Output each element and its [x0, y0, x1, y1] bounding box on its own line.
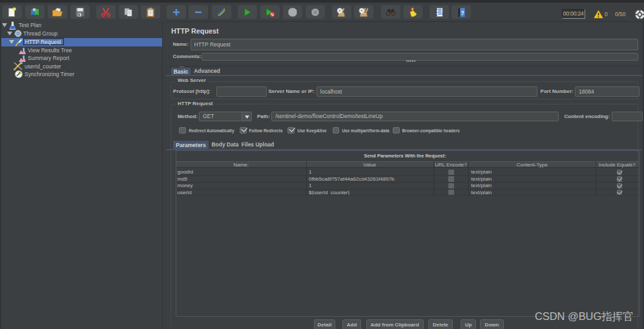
- svg-text:?: ?: [461, 9, 464, 15]
